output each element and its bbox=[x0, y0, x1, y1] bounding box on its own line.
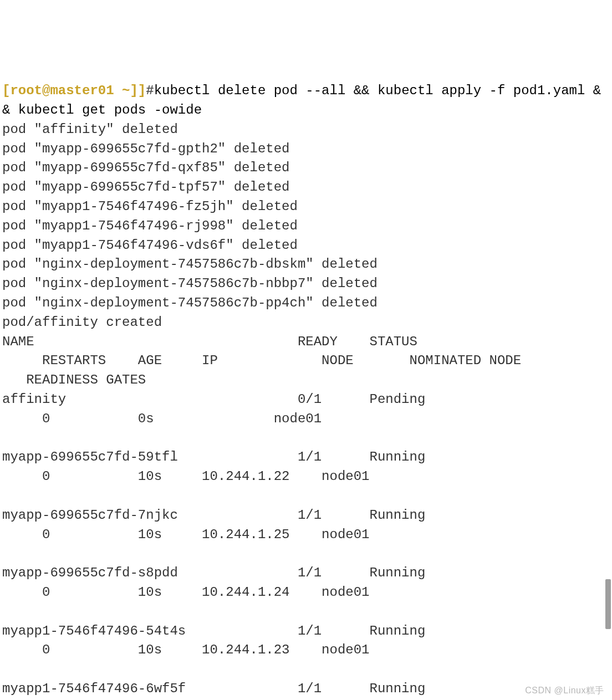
scrollbar-thumb[interactable] bbox=[605, 579, 611, 629]
terminal-output[interactable]: [root@master01 ~]]#kubectl delete pod --… bbox=[2, 81, 610, 700]
watermark: CSDN @Linux糕手 bbox=[525, 684, 604, 697]
